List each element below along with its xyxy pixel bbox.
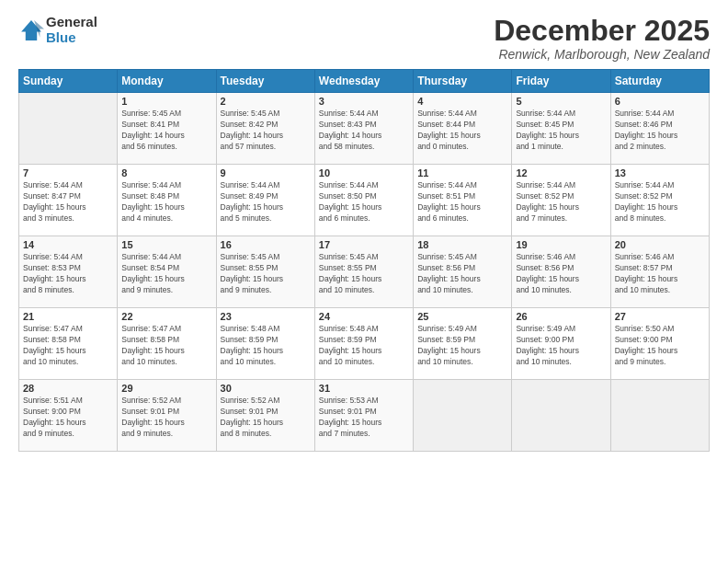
calendar-cell: 29Sunrise: 5:52 AM Sunset: 9:01 PM Dayli…: [118, 380, 216, 452]
day-info: Sunrise: 5:44 AM Sunset: 8:52 PM Dayligh…: [615, 180, 705, 224]
week-row-1: 1Sunrise: 5:45 AM Sunset: 8:41 PM Daylig…: [19, 93, 710, 165]
day-number: 15: [121, 239, 211, 250]
day-info: Sunrise: 5:45 AM Sunset: 8:56 PM Dayligh…: [417, 252, 507, 296]
calendar-cell: 12Sunrise: 5:44 AM Sunset: 8:52 PM Dayli…: [512, 165, 610, 236]
day-number: 8: [121, 167, 211, 178]
day-number: 9: [221, 167, 311, 178]
calendar-cell: [414, 380, 512, 452]
day-info: Sunrise: 5:45 AM Sunset: 8:41 PM Dayligh…: [121, 109, 211, 153]
location: Renwick, Marlborough, New Zealand: [494, 47, 710, 62]
header: General Blue December 2025 Renwick, Marl…: [18, 15, 710, 62]
day-info: Sunrise: 5:49 AM Sunset: 8:59 PM Dayligh…: [417, 324, 507, 368]
month-title: December 2025: [494, 15, 710, 47]
day-info: Sunrise: 5:44 AM Sunset: 8:50 PM Dayligh…: [319, 180, 409, 224]
calendar-cell: 24Sunrise: 5:48 AM Sunset: 8:59 PM Dayli…: [314, 308, 413, 380]
header-cell-friday: Friday: [512, 70, 610, 93]
title-block: December 2025 Renwick, Marlborough, New …: [494, 15, 710, 62]
day-info: Sunrise: 5:44 AM Sunset: 8:47 PM Dayligh…: [23, 180, 113, 224]
calendar-cell: 18Sunrise: 5:45 AM Sunset: 8:56 PM Dayli…: [414, 236, 512, 308]
calendar-cell: 17Sunrise: 5:45 AM Sunset: 8:55 PM Dayli…: [314, 236, 413, 308]
day-number: 17: [319, 239, 409, 250]
calendar-cell: 25Sunrise: 5:49 AM Sunset: 8:59 PM Dayli…: [414, 308, 512, 380]
logo-line1: General: [46, 15, 97, 30]
calendar-cell: 7Sunrise: 5:44 AM Sunset: 8:47 PM Daylig…: [19, 165, 118, 236]
day-number: 19: [516, 239, 606, 250]
day-number: 14: [23, 239, 113, 250]
day-number: 18: [417, 239, 507, 250]
calendar-cell: 14Sunrise: 5:44 AM Sunset: 8:53 PM Dayli…: [19, 236, 118, 308]
day-info: Sunrise: 5:52 AM Sunset: 9:01 PM Dayligh…: [121, 396, 211, 440]
day-info: Sunrise: 5:48 AM Sunset: 8:59 PM Dayligh…: [319, 324, 409, 368]
header-cell-saturday: Saturday: [610, 70, 709, 93]
day-number: 7: [23, 167, 113, 178]
day-number: 5: [516, 96, 606, 107]
calendar-cell: 3Sunrise: 5:44 AM Sunset: 8:43 PM Daylig…: [314, 93, 413, 165]
logo: General Blue: [18, 15, 97, 45]
calendar-cell: 10Sunrise: 5:44 AM Sunset: 8:50 PM Dayli…: [314, 165, 413, 236]
calendar-cell: [610, 380, 709, 452]
header-cell-monday: Monday: [118, 70, 216, 93]
day-info: Sunrise: 5:53 AM Sunset: 9:01 PM Dayligh…: [319, 396, 409, 440]
calendar-cell: 28Sunrise: 5:51 AM Sunset: 9:00 PM Dayli…: [19, 380, 118, 452]
day-info: Sunrise: 5:45 AM Sunset: 8:55 PM Dayligh…: [221, 252, 311, 296]
day-number: 10: [319, 167, 409, 178]
day-info: Sunrise: 5:46 AM Sunset: 8:56 PM Dayligh…: [516, 252, 606, 296]
logo-icon: [18, 17, 44, 43]
header-cell-tuesday: Tuesday: [216, 70, 314, 93]
calendar-cell: 26Sunrise: 5:49 AM Sunset: 9:00 PM Dayli…: [512, 308, 610, 380]
day-info: Sunrise: 5:44 AM Sunset: 8:45 PM Dayligh…: [516, 109, 606, 153]
header-row: SundayMondayTuesdayWednesdayThursdayFrid…: [19, 70, 710, 93]
day-number: 4: [417, 96, 507, 107]
day-info: Sunrise: 5:44 AM Sunset: 8:46 PM Dayligh…: [615, 109, 705, 153]
calendar-cell: [512, 380, 610, 452]
day-number: 29: [121, 383, 211, 394]
day-number: 1: [121, 96, 211, 107]
day-info: Sunrise: 5:51 AM Sunset: 9:00 PM Dayligh…: [23, 396, 113, 440]
calendar-cell: 5Sunrise: 5:44 AM Sunset: 8:45 PM Daylig…: [512, 93, 610, 165]
day-info: Sunrise: 5:46 AM Sunset: 8:57 PM Dayligh…: [615, 252, 705, 296]
day-number: 2: [221, 96, 311, 107]
day-info: Sunrise: 5:44 AM Sunset: 8:49 PM Dayligh…: [221, 180, 311, 224]
calendar-cell: 19Sunrise: 5:46 AM Sunset: 8:56 PM Dayli…: [512, 236, 610, 308]
calendar-cell: 31Sunrise: 5:53 AM Sunset: 9:01 PM Dayli…: [314, 380, 413, 452]
week-row-2: 7Sunrise: 5:44 AM Sunset: 8:47 PM Daylig…: [19, 165, 710, 236]
day-number: 22: [121, 311, 211, 322]
day-number: 20: [615, 239, 705, 250]
day-info: Sunrise: 5:47 AM Sunset: 8:58 PM Dayligh…: [121, 324, 211, 368]
day-info: Sunrise: 5:48 AM Sunset: 8:59 PM Dayligh…: [221, 324, 311, 368]
day-number: 25: [417, 311, 507, 322]
day-number: 12: [516, 167, 606, 178]
day-info: Sunrise: 5:44 AM Sunset: 8:51 PM Dayligh…: [417, 180, 507, 224]
day-number: 13: [615, 167, 705, 178]
calendar-cell: 16Sunrise: 5:45 AM Sunset: 8:55 PM Dayli…: [216, 236, 314, 308]
day-number: 6: [615, 96, 705, 107]
calendar-cell: 11Sunrise: 5:44 AM Sunset: 8:51 PM Dayli…: [414, 165, 512, 236]
day-info: Sunrise: 5:45 AM Sunset: 8:55 PM Dayligh…: [319, 252, 409, 296]
day-number: 21: [23, 311, 113, 322]
day-number: 16: [221, 239, 311, 250]
calendar-cell: 27Sunrise: 5:50 AM Sunset: 9:00 PM Dayli…: [610, 308, 709, 380]
day-info: Sunrise: 5:44 AM Sunset: 8:52 PM Dayligh…: [516, 180, 606, 224]
calendar-cell: 21Sunrise: 5:47 AM Sunset: 8:58 PM Dayli…: [19, 308, 118, 380]
week-row-5: 28Sunrise: 5:51 AM Sunset: 9:00 PM Dayli…: [19, 380, 710, 452]
calendar-cell: 4Sunrise: 5:44 AM Sunset: 8:44 PM Daylig…: [414, 93, 512, 165]
day-info: Sunrise: 5:44 AM Sunset: 8:48 PM Dayligh…: [121, 180, 211, 224]
page: General Blue December 2025 Renwick, Marl…: [0, 0, 728, 563]
header-cell-wednesday: Wednesday: [314, 70, 413, 93]
calendar-cell: 2Sunrise: 5:45 AM Sunset: 8:42 PM Daylig…: [216, 93, 314, 165]
calendar-cell: 8Sunrise: 5:44 AM Sunset: 8:48 PM Daylig…: [118, 165, 216, 236]
logo-line2: Blue: [46, 30, 97, 46]
calendar-cell: 23Sunrise: 5:48 AM Sunset: 8:59 PM Dayli…: [216, 308, 314, 380]
day-number: 28: [23, 383, 113, 394]
header-cell-sunday: Sunday: [19, 70, 118, 93]
day-info: Sunrise: 5:44 AM Sunset: 8:53 PM Dayligh…: [23, 252, 113, 296]
day-number: 31: [319, 383, 409, 394]
day-number: 23: [221, 311, 311, 322]
day-info: Sunrise: 5:44 AM Sunset: 8:54 PM Dayligh…: [121, 252, 211, 296]
calendar-cell: 9Sunrise: 5:44 AM Sunset: 8:49 PM Daylig…: [216, 165, 314, 236]
day-number: 26: [516, 311, 606, 322]
calendar-cell: [19, 93, 118, 165]
day-info: Sunrise: 5:52 AM Sunset: 9:01 PM Dayligh…: [221, 396, 311, 440]
calendar-cell: 30Sunrise: 5:52 AM Sunset: 9:01 PM Dayli…: [216, 380, 314, 452]
day-number: 11: [417, 167, 507, 178]
